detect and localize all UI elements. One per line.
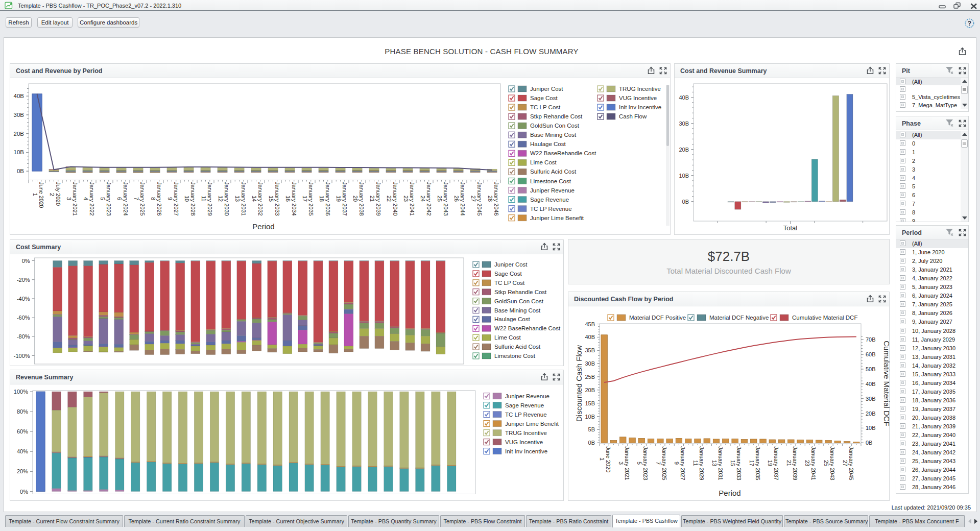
- svg-text:40B: 40B: [14, 93, 25, 99]
- svg-text:Discounted Cash Flow: Discounted Cash Flow: [575, 345, 583, 422]
- svg-text:January 203214: January 203214: [251, 182, 264, 216]
- svg-text:15B: 15B: [585, 400, 595, 406]
- svg-text:100%: 100%: [14, 389, 28, 395]
- svg-text:W22 BaseRehandle Cost: W22 BaseRehandle Cost: [494, 325, 561, 331]
- svg-text:Cumulative Material DCF: Cumulative Material DCF: [882, 341, 891, 426]
- svg-text:January 203719: January 203719: [767, 446, 779, 480]
- svg-text:TC LP Revenue: TC LP Revenue: [530, 206, 572, 212]
- svg-text:Juniper Lime Benefit: Juniper Lime Benefit: [505, 421, 559, 427]
- svg-text:January 203921: January 203921: [369, 182, 381, 216]
- svg-text:Haulage Cost: Haulage Cost: [494, 316, 530, 322]
- svg-text:Juniper Revenue: Juniper Revenue: [505, 393, 549, 399]
- svg-text:40B: 40B: [679, 94, 689, 101]
- svg-text:Material DCF Negative: Material DCF Negative: [709, 315, 769, 321]
- svg-text:35B: 35B: [585, 347, 595, 353]
- svg-text:Sulfuric Acid Cost: Sulfuric Acid Cost: [530, 168, 577, 175]
- svg-text:VUG Incentive: VUG Incentive: [619, 95, 657, 101]
- svg-text:January 20279: January 20279: [674, 446, 686, 480]
- svg-text:0%: 0%: [20, 489, 28, 495]
- svg-text:Sage Revenue: Sage Revenue: [505, 402, 544, 408]
- svg-text:Init Inv Incentive: Init Inv Incentive: [619, 104, 661, 110]
- svg-text:Sage Cost: Sage Cost: [494, 271, 522, 277]
- svg-text:January 203416: January 203416: [285, 182, 297, 216]
- svg-text:GoldSun Con Cost: GoldSun Con Cost: [494, 298, 544, 304]
- svg-text:10B: 10B: [866, 425, 876, 431]
- svg-text:January 20279: January 20279: [167, 182, 179, 216]
- svg-text:0B: 0B: [682, 199, 689, 205]
- svg-text:July 20202: July 20202: [49, 182, 61, 206]
- svg-text:June 20201: June 20201: [599, 446, 611, 472]
- svg-text:TC LP Cost: TC LP Cost: [494, 280, 525, 286]
- svg-text:Cash Flow: Cash Flow: [619, 113, 647, 119]
- svg-text:June 20201: June 20201: [32, 182, 44, 208]
- svg-text:January 204123: January 204123: [403, 182, 415, 216]
- svg-text:VUG Incentive: VUG Incentive: [505, 439, 543, 445]
- svg-text:70B: 70B: [866, 336, 876, 343]
- svg-text:-40%: -40%: [17, 296, 30, 302]
- svg-text:30B: 30B: [679, 120, 689, 127]
- svg-text:TC LP Cost: TC LP Cost: [530, 104, 561, 110]
- svg-text:January 20224: January 20224: [83, 182, 95, 216]
- svg-text:Juniper Cost: Juniper Cost: [494, 261, 528, 268]
- svg-text:30B: 30B: [866, 396, 876, 402]
- svg-text:20B: 20B: [585, 387, 595, 393]
- svg-text:January 204325: January 204325: [823, 446, 835, 480]
- svg-text:TC LP Revenue: TC LP Revenue: [505, 412, 547, 418]
- svg-text:60B: 60B: [866, 351, 876, 357]
- svg-text:January 203618: January 203618: [319, 182, 331, 216]
- svg-text:40B: 40B: [585, 334, 595, 340]
- svg-text:GoldSun Con Cost: GoldSun Con Cost: [530, 123, 580, 129]
- svg-text:Stkp Rehandle Cost: Stkp Rehandle Cost: [494, 289, 547, 295]
- svg-text:-20%: -20%: [17, 277, 30, 283]
- svg-text:10B: 10B: [679, 173, 689, 179]
- svg-text:January 203517: January 203517: [302, 182, 314, 216]
- svg-text:Juniper Cost: Juniper Cost: [530, 86, 563, 92]
- svg-text:10B: 10B: [585, 414, 595, 420]
- svg-text:January 202810: January 202810: [184, 182, 196, 216]
- svg-text:January 204628: January 204628: [487, 182, 499, 216]
- svg-text:20B: 20B: [679, 147, 689, 153]
- svg-text:0B: 0B: [588, 440, 595, 446]
- svg-text:25B: 25B: [585, 374, 595, 380]
- svg-text:January 203820: January 203820: [352, 182, 365, 216]
- svg-text:January 20257: January 20257: [655, 446, 667, 480]
- svg-text:January 20257: January 20257: [133, 182, 146, 216]
- svg-text:January 204022: January 204022: [386, 182, 398, 216]
- svg-text:0%: 0%: [22, 258, 30, 264]
- svg-text:60%: 60%: [17, 428, 28, 435]
- svg-text:20B: 20B: [866, 411, 876, 417]
- svg-text:30B: 30B: [14, 112, 25, 118]
- svg-text:40B: 40B: [866, 381, 876, 387]
- svg-text:50B: 50B: [866, 366, 876, 372]
- svg-text:20%: 20%: [17, 468, 28, 474]
- svg-text:40%: 40%: [17, 448, 28, 454]
- svg-text:10B: 10B: [14, 149, 25, 155]
- svg-text:January 20246: January 20246: [116, 182, 129, 216]
- svg-text:Sage Revenue: Sage Revenue: [530, 197, 569, 203]
- svg-text:January 203921: January 203921: [786, 446, 798, 480]
- svg-text:TRUG Incentive: TRUG Incentive: [505, 430, 547, 436]
- svg-text:January 20213: January 20213: [66, 182, 78, 216]
- svg-text:January 202911: January 202911: [692, 446, 705, 480]
- svg-text:January 204123: January 204123: [804, 446, 817, 480]
- svg-text:0B: 0B: [17, 168, 24, 174]
- svg-text:January 20268: January 20268: [150, 182, 162, 216]
- svg-text:January 202911: January 202911: [201, 182, 213, 216]
- svg-text:Haulage Cost: Haulage Cost: [530, 141, 566, 147]
- svg-text:Limestone Cost: Limestone Cost: [494, 353, 536, 359]
- svg-text:Material DCF Positive: Material DCF Positive: [629, 315, 686, 321]
- svg-text:0B: 0B: [866, 440, 872, 446]
- svg-text:5B: 5B: [588, 426, 595, 432]
- svg-text:Juniper Lime Benefit: Juniper Lime Benefit: [530, 215, 584, 221]
- svg-text:Sulfuric Acid Cost: Sulfuric Acid Cost: [494, 344, 541, 350]
- svg-text:Total: Total: [783, 224, 798, 232]
- svg-text:80%: 80%: [17, 408, 28, 415]
- svg-text:Lime Cost: Lime Cost: [494, 334, 521, 341]
- svg-text:Cumulative Material DCF: Cumulative Material DCF: [792, 315, 857, 321]
- svg-text:Period: Period: [719, 489, 740, 497]
- svg-text:January 20235: January 20235: [636, 446, 649, 480]
- svg-text:January 203113: January 203113: [234, 182, 247, 216]
- svg-text:Sage Cost: Sage Cost: [530, 95, 558, 101]
- svg-text:Init Inv Incentive: Init Inv Incentive: [505, 448, 547, 454]
- svg-text:Base Mining Cost: Base Mining Cost: [530, 132, 577, 138]
